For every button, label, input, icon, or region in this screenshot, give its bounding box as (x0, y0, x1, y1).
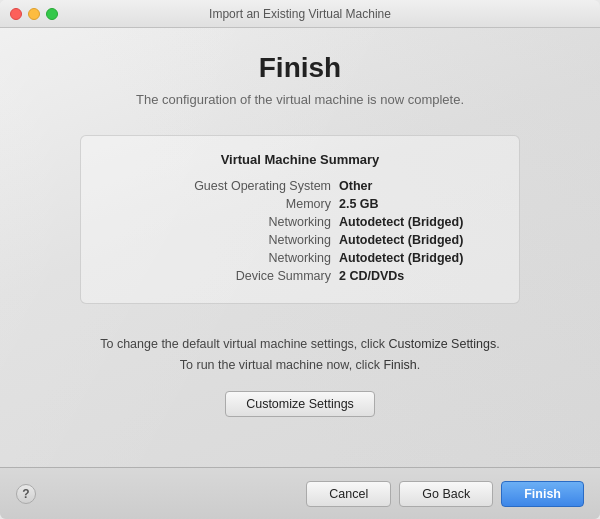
summary-row-networking-2: Networking Autodetect (Bridged) (101, 233, 499, 247)
footer-text: To change the default virtual machine se… (100, 334, 500, 377)
summary-value-networking-3: Autodetect (Bridged) (339, 251, 499, 265)
close-button[interactable] (10, 8, 22, 20)
summary-value-os: Other (339, 179, 499, 193)
summary-row-memory: Memory 2.5 GB (101, 197, 499, 211)
summary-title: Virtual Machine Summary (101, 152, 499, 167)
cancel-button[interactable]: Cancel (306, 481, 391, 507)
summary-value-device: 2 CD/DVDs (339, 269, 499, 283)
page-subtitle: The configuration of the virtual machine… (136, 92, 464, 107)
summary-box: Virtual Machine Summary Guest Operating … (80, 135, 520, 304)
summary-row-networking-3: Networking Autodetect (Bridged) (101, 251, 499, 265)
window-title: Import an Existing Virtual Machine (209, 7, 391, 21)
bottom-right-buttons: Cancel Go Back Finish (306, 481, 584, 507)
summary-label-networking-1: Networking (171, 215, 331, 229)
summary-value-memory: 2.5 GB (339, 197, 499, 211)
summary-row-networking-1: Networking Autodetect (Bridged) (101, 215, 499, 229)
summary-value-networking-2: Autodetect (Bridged) (339, 233, 499, 247)
page-heading: Finish (259, 52, 341, 84)
traffic-lights (10, 8, 58, 20)
footer-line2: To run the virtual machine now, click Fi… (180, 358, 420, 372)
customize-settings-button[interactable]: Customize Settings (225, 391, 375, 417)
footer-line1: To change the default virtual machine se… (100, 337, 500, 351)
title-bar: Import an Existing Virtual Machine (0, 0, 600, 28)
finish-button[interactable]: Finish (501, 481, 584, 507)
summary-value-networking-1: Autodetect (Bridged) (339, 215, 499, 229)
bottom-bar: ? Cancel Go Back Finish (0, 467, 600, 519)
go-back-button[interactable]: Go Back (399, 481, 493, 507)
summary-label-networking-3: Networking (171, 251, 331, 265)
summary-label-networking-2: Networking (171, 233, 331, 247)
maximize-button[interactable] (46, 8, 58, 20)
summary-row-device: Device Summary 2 CD/DVDs (101, 269, 499, 283)
finish-link: Finish (383, 358, 416, 372)
summary-row-os: Guest Operating System Other (101, 179, 499, 193)
minimize-button[interactable] (28, 8, 40, 20)
main-window: Import an Existing Virtual Machine Finis… (0, 0, 600, 519)
summary-label-device: Device Summary (171, 269, 331, 283)
summary-label-os: Guest Operating System (171, 179, 331, 193)
help-button[interactable]: ? (16, 484, 36, 504)
main-content: Finish The configuration of the virtual … (0, 28, 600, 467)
summary-label-memory: Memory (171, 197, 331, 211)
customize-link: Customize Settings (389, 337, 497, 351)
